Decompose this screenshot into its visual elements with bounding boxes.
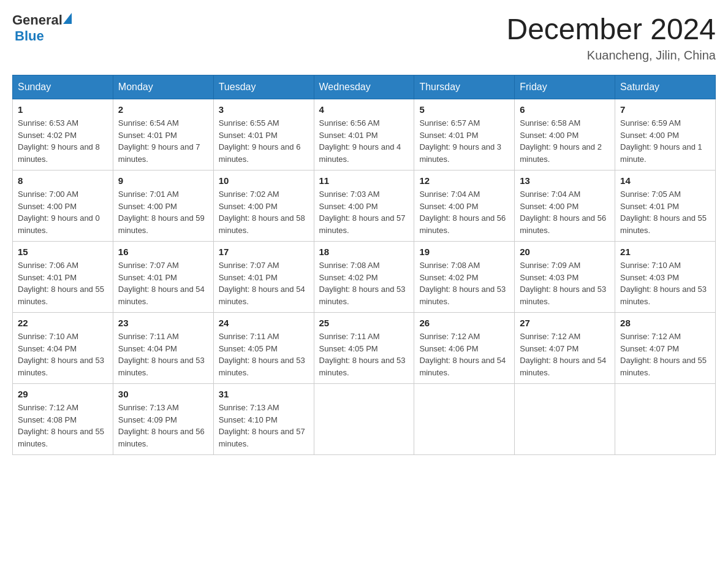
day-info: Sunrise: 7:12 AM Sunset: 4:07 PM Dayligh… [520,331,610,378]
location-title: Kuancheng, Jilin, China [506,48,716,63]
day-number: 23 [118,318,208,328]
calendar-header-row: SundayMondayTuesdayWednesdayThursdayFrid… [13,75,716,99]
day-number: 26 [419,318,509,328]
day-number: 12 [419,175,509,186]
day-number: 6 [520,104,610,115]
day-info: Sunrise: 7:00 AM Sunset: 4:00 PM Dayligh… [18,188,108,236]
day-info: Sunrise: 7:05 AM Sunset: 4:01 PM Dayligh… [620,188,710,236]
calendar-cell: 29 Sunrise: 7:12 AM Sunset: 4:08 PM Dayl… [13,384,113,455]
calendar-cell: 30 Sunrise: 7:13 AM Sunset: 4:09 PM Dayl… [113,384,213,455]
calendar-cell: 31 Sunrise: 7:13 AM Sunset: 4:10 PM Dayl… [213,384,314,455]
day-number: 31 [219,389,309,399]
title-section: December 2024 Kuancheng, Jilin, China [506,12,716,63]
calendar-week-row: 15 Sunrise: 7:06 AM Sunset: 4:01 PM Dayl… [13,242,716,313]
day-number: 11 [319,175,409,186]
header-wednesday: Wednesday [314,75,414,99]
day-number: 3 [219,104,309,115]
day-number: 13 [520,175,610,186]
calendar-cell: 12 Sunrise: 7:04 AM Sunset: 4:00 PM Dayl… [414,170,515,242]
day-info: Sunrise: 7:10 AM Sunset: 4:04 PM Dayligh… [18,331,108,378]
calendar-cell: 26 Sunrise: 7:12 AM Sunset: 4:06 PM Dayl… [414,313,515,384]
calendar-cell: 15 Sunrise: 7:06 AM Sunset: 4:01 PM Dayl… [13,242,113,313]
calendar-week-row: 29 Sunrise: 7:12 AM Sunset: 4:08 PM Dayl… [13,384,716,455]
day-number: 10 [219,175,309,186]
calendar-cell: 2 Sunrise: 6:54 AM Sunset: 4:01 PM Dayli… [113,99,213,170]
day-number: 30 [118,389,208,399]
calendar-cell: 14 Sunrise: 7:05 AM Sunset: 4:01 PM Dayl… [615,170,716,242]
day-info: Sunrise: 6:53 AM Sunset: 4:02 PM Dayligh… [18,117,108,165]
logo-blue-text: Blue [15,28,72,44]
calendar-table: SundayMondayTuesdayWednesdayThursdayFrid… [12,75,716,455]
calendar-cell: 18 Sunrise: 7:08 AM Sunset: 4:02 PM Dayl… [314,242,414,313]
calendar-cell: 24 Sunrise: 7:11 AM Sunset: 4:05 PM Dayl… [213,313,314,384]
day-number: 16 [118,247,208,257]
calendar-cell: 16 Sunrise: 7:07 AM Sunset: 4:01 PM Dayl… [113,242,213,313]
calendar-cell [515,384,615,455]
day-number: 8 [18,175,108,186]
day-number: 5 [419,104,509,115]
day-info: Sunrise: 7:13 AM Sunset: 4:09 PM Dayligh… [118,402,208,450]
day-info: Sunrise: 7:02 AM Sunset: 4:00 PM Dayligh… [219,188,309,236]
calendar-week-row: 1 Sunrise: 6:53 AM Sunset: 4:02 PM Dayli… [13,99,716,170]
calendar-cell: 11 Sunrise: 7:03 AM Sunset: 4:00 PM Dayl… [314,170,414,242]
calendar-cell: 1 Sunrise: 6:53 AM Sunset: 4:02 PM Dayli… [13,99,113,170]
calendar-cell: 22 Sunrise: 7:10 AM Sunset: 4:04 PM Dayl… [13,313,113,384]
day-number: 28 [620,318,710,328]
calendar-cell: 3 Sunrise: 6:55 AM Sunset: 4:01 PM Dayli… [213,99,314,170]
day-info: Sunrise: 7:10 AM Sunset: 4:03 PM Dayligh… [620,259,710,307]
day-number: 27 [520,318,610,328]
calendar-cell: 19 Sunrise: 7:08 AM Sunset: 4:02 PM Dayl… [414,242,515,313]
calendar-cell: 21 Sunrise: 7:10 AM Sunset: 4:03 PM Dayl… [615,242,716,313]
calendar-week-row: 8 Sunrise: 7:00 AM Sunset: 4:00 PM Dayli… [13,170,716,242]
calendar-cell: 6 Sunrise: 6:58 AM Sunset: 4:00 PM Dayli… [515,99,615,170]
calendar-cell: 27 Sunrise: 7:12 AM Sunset: 4:07 PM Dayl… [515,313,615,384]
day-info: Sunrise: 6:55 AM Sunset: 4:01 PM Dayligh… [219,117,309,165]
calendar-cell: 9 Sunrise: 7:01 AM Sunset: 4:00 PM Dayli… [113,170,213,242]
calendar-cell: 4 Sunrise: 6:56 AM Sunset: 4:01 PM Dayli… [314,99,414,170]
day-number: 4 [319,104,409,115]
page-header: General Blue December 2024 Kuancheng, Ji… [12,12,716,63]
calendar-cell: 10 Sunrise: 7:02 AM Sunset: 4:00 PM Dayl… [213,170,314,242]
day-number: 29 [18,389,108,399]
header-sunday: Sunday [13,75,113,99]
header-tuesday: Tuesday [213,75,314,99]
day-number: 20 [520,247,610,257]
header-saturday: Saturday [615,75,716,99]
day-number: 7 [620,104,710,115]
day-number: 1 [18,104,108,115]
day-info: Sunrise: 7:11 AM Sunset: 4:05 PM Dayligh… [319,331,409,378]
day-info: Sunrise: 7:11 AM Sunset: 4:04 PM Dayligh… [118,331,208,378]
day-number: 18 [319,247,409,257]
day-number: 17 [219,247,309,257]
calendar-cell: 17 Sunrise: 7:07 AM Sunset: 4:01 PM Dayl… [213,242,314,313]
calendar-cell: 5 Sunrise: 6:57 AM Sunset: 4:01 PM Dayli… [414,99,515,170]
calendar-cell: 20 Sunrise: 7:09 AM Sunset: 4:03 PM Dayl… [515,242,615,313]
day-number: 15 [18,247,108,257]
day-info: Sunrise: 7:09 AM Sunset: 4:03 PM Dayligh… [520,259,610,307]
day-number: 2 [118,104,208,115]
day-info: Sunrise: 7:13 AM Sunset: 4:10 PM Dayligh… [219,402,309,450]
day-info: Sunrise: 7:12 AM Sunset: 4:06 PM Dayligh… [419,331,509,378]
day-info: Sunrise: 6:59 AM Sunset: 4:00 PM Dayligh… [620,117,710,165]
day-info: Sunrise: 7:06 AM Sunset: 4:01 PM Dayligh… [18,259,108,307]
day-info: Sunrise: 7:08 AM Sunset: 4:02 PM Dayligh… [419,259,509,307]
calendar-cell: 23 Sunrise: 7:11 AM Sunset: 4:04 PM Dayl… [113,313,213,384]
logo-arrow-icon [63,13,72,24]
day-info: Sunrise: 7:11 AM Sunset: 4:05 PM Dayligh… [219,331,309,378]
day-info: Sunrise: 7:04 AM Sunset: 4:00 PM Dayligh… [419,188,509,236]
day-info: Sunrise: 6:54 AM Sunset: 4:01 PM Dayligh… [118,117,208,165]
day-number: 24 [219,318,309,328]
day-number: 22 [18,318,108,328]
calendar-cell: 13 Sunrise: 7:04 AM Sunset: 4:00 PM Dayl… [515,170,615,242]
day-info: Sunrise: 7:12 AM Sunset: 4:08 PM Dayligh… [18,402,108,450]
day-info: Sunrise: 6:57 AM Sunset: 4:01 PM Dayligh… [419,117,509,165]
day-number: 21 [620,247,710,257]
logo-general-text: General [12,12,63,28]
calendar-cell [414,384,515,455]
calendar-cell [314,384,414,455]
calendar-cell: 8 Sunrise: 7:00 AM Sunset: 4:00 PM Dayli… [13,170,113,242]
header-thursday: Thursday [414,75,515,99]
header-monday: Monday [113,75,213,99]
day-info: Sunrise: 7:07 AM Sunset: 4:01 PM Dayligh… [219,259,309,307]
day-info: Sunrise: 7:01 AM Sunset: 4:00 PM Dayligh… [118,188,208,236]
